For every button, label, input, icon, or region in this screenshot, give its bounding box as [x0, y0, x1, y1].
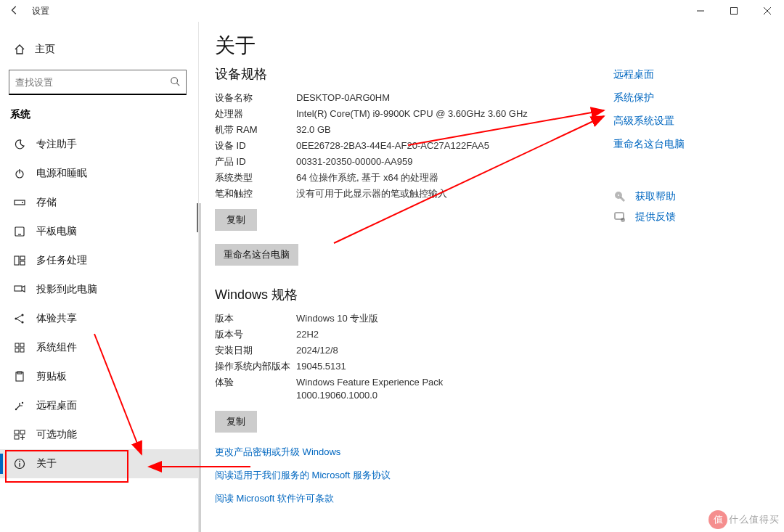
- search-box[interactable]: [9, 70, 187, 95]
- sidebar-group-system: 系统: [0, 105, 198, 126]
- minimize-button[interactable]: [684, 0, 717, 22]
- sidebar-item-label: 平板电脑: [36, 225, 77, 238]
- sidebar-item-tablet[interactable]: 平板电脑: [0, 217, 198, 246]
- tablet-icon: [13, 225, 26, 238]
- close-button[interactable]: [751, 0, 784, 22]
- remote-desktop-link[interactable]: 远程桌面: [613, 68, 740, 81]
- clipboard-icon: [13, 370, 26, 383]
- spec-value: 没有可用于此显示器的笔或触控输入: [296, 187, 572, 200]
- svg-rect-17: [15, 343, 19, 347]
- spec-label: 系统类型: [215, 171, 296, 184]
- svg-rect-1: [731, 8, 738, 15]
- svg-rect-13: [15, 286, 22, 291]
- home-label: 主页: [35, 43, 55, 56]
- spec-label: 设备名称: [215, 91, 296, 105]
- msa-link[interactable]: 阅读适用于我们服务的 Microsoft 服务协议: [215, 469, 784, 482]
- svg-rect-12: [20, 261, 25, 265]
- upgrade-link[interactable]: 更改产品密钥或升级 Windows: [215, 446, 784, 459]
- window-controls: [684, 0, 784, 22]
- spec-value: DESKTOP-0ARG0HM: [296, 91, 572, 105]
- spec-value: Intel(R) Core(TM) i9-9900K CPU @ 3.60GHz…: [296, 107, 572, 120]
- sidebar-item-label: 投影到此电脑: [36, 283, 97, 296]
- sidebar-item-label: 系统组件: [36, 341, 77, 354]
- windows-specs-table: 版本Windows 10 专业版 版本号22H2 安装日期2024/12/8 操…: [215, 311, 784, 404]
- search-icon: [170, 76, 186, 89]
- svg-rect-20: [20, 348, 24, 352]
- search-input[interactable]: [14, 76, 162, 89]
- sidebar-item-multitask[interactable]: 多任务处理: [0, 246, 198, 275]
- spec-label: 机带 RAM: [215, 123, 296, 136]
- sidebar-item-label: 剪贴板: [36, 370, 67, 383]
- sidebar-item-power[interactable]: 电源和睡眠: [0, 159, 198, 188]
- moon-icon: [13, 138, 26, 151]
- sidebar-item-label: 多任务处理: [36, 254, 87, 267]
- spec-label: 操作系统内部版本: [215, 360, 296, 373]
- sidebar-item-project[interactable]: 投影到此电脑: [0, 275, 198, 304]
- multitask-icon: [13, 254, 26, 267]
- windows-specs-head: Windows 规格: [215, 286, 784, 303]
- nav-list: 专注助手 电源和睡眠 存储 平板电脑 多任务处理 投影到此电脑 体验共享 系统: [0, 130, 198, 478]
- svg-point-7: [22, 202, 23, 203]
- watermark-badge: 值: [709, 510, 727, 529]
- info-icon: [13, 457, 26, 470]
- window-title: 设置: [32, 5, 49, 17]
- svg-rect-18: [20, 343, 24, 347]
- spec-label: 设备 ID: [215, 139, 296, 152]
- sidebar-item-about[interactable]: 关于: [0, 449, 198, 478]
- content: 关于 设备规格 设备名称DESKTOP-0ARG0HM 处理器Intel(R) …: [215, 22, 784, 532]
- advanced-settings-link[interactable]: 高级系统设置: [613, 115, 740, 128]
- spec-label: 安装日期: [215, 344, 296, 357]
- back-button[interactable]: [0, 5, 29, 17]
- sidebar-item-label: 存储: [36, 196, 57, 209]
- svg-line-3: [177, 83, 180, 86]
- project-icon: [13, 283, 26, 296]
- maximize-button[interactable]: [717, 0, 751, 22]
- svg-point-2: [171, 77, 178, 83]
- sidebar-item-components[interactable]: 系统组件: [0, 333, 198, 362]
- svg-rect-19: [15, 348, 19, 352]
- spec-label: 版本: [215, 312, 296, 325]
- sidebar-item-clipboard[interactable]: 剪贴板: [0, 362, 198, 391]
- svg-point-24: [22, 402, 23, 404]
- spec-label: 处理器: [215, 107, 296, 120]
- svg-rect-26: [20, 430, 25, 434]
- copy-button-2[interactable]: 复制: [215, 411, 257, 433]
- home-button[interactable]: 主页: [0, 36, 198, 62]
- spec-label: 笔和触控: [215, 187, 296, 200]
- sidebar-item-label: 关于: [36, 457, 57, 470]
- svg-point-33: [621, 218, 625, 222]
- rename-pc-button[interactable]: 重命名这台电脑: [215, 244, 298, 266]
- sidebar-item-label: 专注助手: [36, 138, 77, 151]
- rename-link[interactable]: 重命名这台电脑: [613, 138, 740, 151]
- license-link[interactable]: 阅读 Microsoft 软件许可条款: [215, 492, 784, 505]
- sidebar-item-share[interactable]: 体验共享: [0, 304, 198, 333]
- copy-button[interactable]: 复制: [215, 209, 257, 231]
- spec-value: Windows 10 专业版: [296, 312, 572, 325]
- feedback-icon: [613, 210, 626, 224]
- sidebar-item-remote[interactable]: 远程桌面: [0, 391, 198, 420]
- system-protection-link[interactable]: 系统保护: [613, 91, 740, 105]
- get-help-link[interactable]: 获取帮助: [613, 190, 740, 203]
- feedback-label: 提供反馈: [635, 210, 676, 224]
- remote-icon: [13, 399, 26, 412]
- sidebar-item-optional[interactable]: 可选功能: [0, 420, 198, 449]
- sidebar-item-focus[interactable]: 专注助手: [0, 130, 198, 159]
- spec-value: 32.0 GB: [296, 123, 572, 136]
- svg-point-23: [15, 409, 17, 410]
- svg-rect-11: [20, 256, 25, 260]
- scrollbar[interactable]: [199, 203, 201, 532]
- sidebar: 主页 系统 专注助手 电源和睡眠 存储 平板电脑 多任务处理: [0, 22, 198, 532]
- spec-value: 00331-20350-00000-AA959: [296, 155, 572, 168]
- svg-point-30: [19, 461, 20, 462]
- spec-value: Windows Feature Experience Pack 1000.190…: [296, 376, 514, 402]
- sidebar-item-label: 体验共享: [36, 312, 77, 325]
- svg-rect-25: [15, 430, 19, 434]
- feedback-link[interactable]: 提供反馈: [613, 210, 740, 224]
- spec-label: 体验: [215, 376, 296, 402]
- components-icon: [13, 341, 26, 354]
- spec-value: 22H2: [296, 328, 572, 341]
- sidebar-item-storage[interactable]: 存储: [0, 188, 198, 217]
- spec-value: 2024/12/8: [296, 344, 572, 357]
- spec-value: 19045.5131: [296, 360, 572, 373]
- spec-value: 0EE26728-2BA3-44E4-AF20-AC27A122FAA5: [296, 139, 572, 152]
